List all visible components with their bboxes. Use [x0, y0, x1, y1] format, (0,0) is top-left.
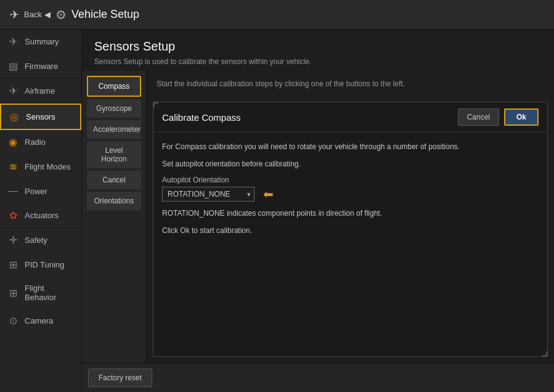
dialog-corner-br: [542, 351, 547, 356]
sidebar-item-pidtuning[interactable]: ⊞ PID Tuning: [0, 253, 81, 277]
sidebar-label-airframe: Airframe: [25, 86, 55, 96]
sidebar-item-safety[interactable]: ✛ Safety: [0, 228, 81, 253]
autopilot-orientation-section: Autopilot Orientation ROTATION_NONE ROTA…: [162, 176, 539, 202]
dialog-titlebar: Calibrate Compass Cancel Ok: [153, 102, 547, 133]
right-panel: Start the individual calibration steps b…: [147, 71, 554, 363]
sidebar-label-flightbehavior: Flight Behavior: [25, 284, 75, 302]
dialog-cancel-button[interactable]: Cancel: [458, 108, 499, 126]
dialog-body: For Compass calibration you will need to…: [153, 133, 547, 356]
back-arrow: ◀: [44, 10, 51, 19]
sidebar-item-camera[interactable]: ⊙ Camera: [0, 309, 81, 333]
back-button[interactable]: Back ◀: [24, 10, 51, 19]
back-label: Back: [24, 10, 42, 19]
sidebar-label-radio: Radio: [25, 137, 46, 147]
sidebar-item-airframe[interactable]: ✈ Airframe: [0, 79, 81, 104]
sidebar-item-radio[interactable]: ◉ Radio: [0, 130, 81, 155]
autopilot-orientation-label: Autopilot Orientation: [162, 176, 539, 184]
dialog-corner-tl: [153, 102, 158, 107]
camera-icon: ⊙: [6, 315, 20, 327]
sub-buttons-panel: Compass Gyroscope Accelerometer Level Ho…: [82, 71, 147, 363]
btn-orientations[interactable]: Orientations: [87, 192, 141, 210]
sensors-description: Sensors Setup is used to calibrate the s…: [94, 57, 542, 66]
sidebar-item-firmware[interactable]: ▤ Firmware: [0, 54, 81, 79]
sidebar: ✈ Summary ▤ Firmware ✈ Airframe ◎ Sensor…: [0, 30, 82, 392]
flightmodes-icon: ≋: [6, 161, 20, 173]
calibrate-dialog: Calibrate Compass Cancel Ok For Compass …: [153, 102, 548, 357]
sidebar-label-safety: Safety: [25, 235, 47, 245]
click-ok-hint: Click Ok to start calibration.: [162, 225, 539, 236]
sidebar-item-flightbehavior[interactable]: ⊞ Flight Behavior: [0, 277, 81, 309]
sidebar-label-summary: Summary: [25, 37, 59, 46]
summary-icon: ✈: [6, 36, 20, 47]
flightbehavior-icon: ⊞: [6, 287, 20, 299]
gear-icon: ⚙: [55, 7, 67, 22]
content-area: Sensors Setup Sensors Setup is used to c…: [82, 30, 554, 392]
sensors-icon: ◎: [7, 111, 21, 123]
sidebar-label-sensors: Sensors: [26, 112, 55, 121]
top-bar: ✈ Back ◀ ⚙ Vehicle Setup: [0, 0, 554, 30]
sidebar-label-power: Power: [25, 187, 47, 196]
dialog-description2: Set autopilot orientation before calibra…: [162, 158, 539, 169]
actuators-icon: ✿: [6, 210, 20, 221]
sidebar-label-firmware: Firmware: [25, 62, 58, 71]
safety-icon: ✛: [6, 234, 20, 246]
btn-cancel[interactable]: Cancel: [87, 171, 141, 189]
sidebar-item-power[interactable]: — Power: [0, 179, 81, 203]
content-inner: Compass Gyroscope Accelerometer Level Ho…: [82, 71, 554, 363]
firmware-icon: ▤: [6, 60, 20, 72]
sidebar-item-actuators[interactable]: ✿ Actuators: [0, 203, 81, 228]
btn-accelerometer[interactable]: Accelerometer: [87, 120, 141, 139]
sidebar-item-summary[interactable]: ✈ Summary: [0, 30, 81, 54]
right-panel-hint: Start the individual calibration steps b…: [157, 80, 544, 88]
pidtuning-icon: ⊞: [6, 259, 20, 271]
dialog-buttons: Cancel Ok: [458, 108, 539, 126]
orientation-row: ROTATION_NONE ROTATION_YAW_45 ROTATION_Y…: [162, 187, 539, 202]
plane-icon: ✈: [10, 8, 19, 22]
btn-gyroscope[interactable]: Gyroscope: [87, 99, 141, 118]
factory-reset-bar: Factory reset: [82, 363, 554, 392]
arrow-indicator-icon: ⬅: [263, 187, 274, 202]
sensors-header: Sensors Setup Sensors Setup is used to c…: [82, 30, 554, 71]
page-title: Vehicle Setup: [71, 8, 139, 21]
sensors-title: Sensors Setup: [94, 39, 542, 54]
radio-icon: ◉: [6, 136, 20, 148]
power-icon: —: [6, 186, 20, 197]
btn-levelhorizon[interactable]: Level Horizon: [87, 141, 141, 168]
sidebar-label-camera: Camera: [25, 316, 53, 325]
orientation-select-wrapper: ROTATION_NONE ROTATION_YAW_45 ROTATION_Y…: [162, 187, 255, 202]
sidebar-item-sensors[interactable]: ◎ Sensors: [0, 104, 81, 130]
main-layout: ✈ Summary ▤ Firmware ✈ Airframe ◎ Sensor…: [0, 30, 554, 392]
dialog-ok-button[interactable]: Ok: [504, 108, 539, 126]
sidebar-label-flightmodes: Flight Modes: [25, 162, 70, 171]
airframe-icon: ✈: [6, 85, 20, 97]
sidebar-label-actuators: Actuators: [25, 211, 59, 220]
factory-reset-button[interactable]: Factory reset: [88, 369, 152, 387]
sidebar-label-pidtuning: PID Tuning: [25, 260, 64, 269]
orientation-select[interactable]: ROTATION_NONE ROTATION_YAW_45 ROTATION_Y…: [162, 187, 255, 202]
rotation-description: ROTATION_NONE indicates component points…: [162, 208, 539, 219]
dialog-description1: For Compass calibration you will need to…: [162, 141, 539, 152]
btn-compass[interactable]: Compass: [87, 76, 141, 97]
sidebar-item-flightmodes[interactable]: ≋ Flight Modes: [0, 155, 81, 179]
dialog-title: Calibrate Compass: [162, 112, 241, 123]
